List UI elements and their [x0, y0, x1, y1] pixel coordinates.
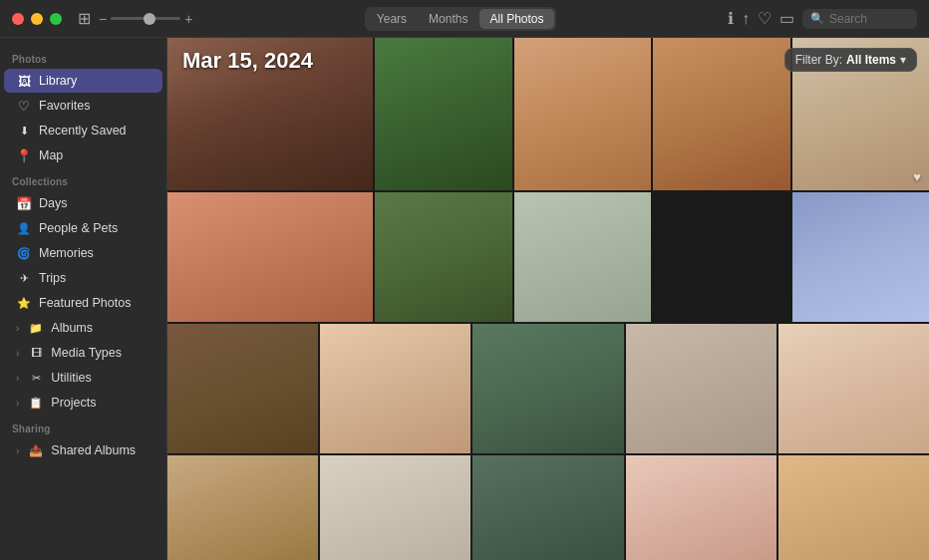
photo-tile[interactable] — [792, 192, 929, 322]
sidebar-item-label: Featured Photos — [39, 296, 131, 310]
sidebar-item-label: Memories — [39, 246, 94, 260]
sidebar-item-label: Shared Albums — [51, 443, 136, 457]
sidebar-item-label: Media Types — [51, 346, 122, 360]
sidebar-item-library[interactable]: 🖼 Library — [4, 69, 162, 93]
photo-tile[interactable] — [778, 455, 929, 560]
days-icon: 📅 — [16, 195, 32, 211]
info-icon[interactable]: ℹ — [728, 9, 734, 28]
albums-icon: 📁 — [28, 320, 44, 336]
sidebar-item-label: Utilities — [51, 371, 91, 385]
library-icon: 🖼 — [16, 73, 32, 89]
photo-tile[interactable] — [320, 455, 470, 560]
photo-tile[interactable] — [375, 38, 511, 190]
close-button[interactable] — [12, 13, 24, 25]
sidebar-item-utilities[interactable]: › ✂ Utilities — [4, 366, 162, 390]
photo-tile[interactable] — [320, 324, 470, 453]
layout-icon[interactable]: ⊞ — [78, 9, 91, 28]
sidebar-item-media-types[interactable]: › 🎞 Media Types — [4, 341, 162, 365]
sharing-section-label: Sharing — [0, 416, 166, 437]
photo-tile[interactable] — [653, 192, 789, 322]
people-pets-icon: 👤 — [16, 220, 32, 236]
search-icon: 🔍 — [810, 12, 824, 25]
filter-by-label: Filter By: — [795, 53, 842, 67]
shared-albums-expand-icon: › — [16, 445, 19, 456]
sidebar-item-trips[interactable]: ✈ Trips — [4, 266, 162, 290]
photo-tile[interactable] — [167, 324, 318, 453]
view-tabs: Years Months All Photos — [365, 7, 556, 31]
slideshow-icon[interactable]: ▭ — [779, 9, 794, 28]
filter-badge[interactable]: Filter By: All Items ▾ — [784, 48, 917, 72]
minimize-button[interactable] — [31, 13, 43, 25]
sidebar-item-albums[interactable]: › 📁 Albums — [4, 316, 162, 340]
albums-expand-icon: › — [16, 323, 19, 334]
favorite-heart-icon: ♥ — [913, 169, 921, 184]
recently-saved-icon: ⬇ — [16, 123, 32, 139]
sidebar-item-people-pets[interactable]: 👤 People & Pets — [4, 216, 162, 240]
map-icon: 📍 — [16, 147, 32, 163]
photos-section-label: Photos — [0, 46, 166, 68]
filter-value: All Items — [846, 53, 896, 67]
collections-section-label: Collections — [0, 168, 166, 190]
sidebar-item-label: Library — [39, 74, 77, 88]
share-icon[interactable]: ↑ — [742, 10, 750, 28]
photo-tile[interactable] — [167, 38, 373, 190]
photo-tile[interactable] — [472, 455, 623, 560]
tab-months[interactable]: Months — [419, 9, 477, 29]
trips-icon: ✈ — [16, 270, 32, 286]
toolbar-left: ⊞ − + — [78, 9, 192, 28]
utilities-icon: ✂ — [28, 370, 44, 386]
photo-tile[interactable] — [626, 455, 776, 560]
filter-chevron-icon: ▾ — [900, 53, 906, 67]
sidebar-item-label: Favorites — [39, 99, 90, 113]
utilities-expand-icon: › — [16, 373, 19, 384]
sidebar-item-label: Projects — [51, 396, 96, 410]
zoom-minus-button[interactable]: − — [99, 11, 107, 27]
maximize-button[interactable] — [50, 13, 62, 25]
projects-expand-icon: › — [16, 398, 19, 409]
zoom-slider-thumb — [144, 13, 155, 25]
sidebar-item-projects[interactable]: › 📋 Projects — [4, 391, 162, 415]
photo-tile[interactable] — [167, 192, 373, 322]
featured-photos-icon: ⭐ — [16, 295, 32, 311]
photo-tile[interactable] — [472, 324, 623, 453]
sidebar-item-memories[interactable]: 🌀 Memories — [4, 241, 162, 265]
toolbar-right: ℹ ↑ ♡ ▭ 🔍 — [728, 9, 917, 29]
sidebar-item-label: Map — [39, 148, 63, 162]
sidebar-item-favorites[interactable]: ♡ Favorites — [4, 94, 162, 118]
photo-tile[interactable] — [167, 455, 318, 560]
sidebar-item-label: Recently Saved — [39, 124, 127, 138]
sidebar-item-map[interactable]: 📍 Map — [4, 143, 162, 167]
sidebar-item-shared-albums[interactable]: › 📤 Shared Albums — [4, 438, 162, 462]
zoom-plus-button[interactable]: + — [184, 11, 192, 27]
photo-tile[interactable] — [778, 324, 929, 453]
traffic-lights — [12, 13, 62, 25]
photo-tile[interactable] — [514, 192, 651, 322]
heart-icon[interactable]: ♡ — [758, 9, 772, 28]
photos-area: Mar 15, 2024 Filter By: All Items ▾ ♥ — [167, 38, 929, 560]
memories-icon: 🌀 — [16, 245, 32, 261]
photo-tile[interactable] — [514, 38, 651, 190]
toolbar-center: Years Months All Photos — [192, 7, 728, 31]
media-types-expand-icon: › — [16, 348, 19, 359]
photo-tile[interactable] — [626, 324, 776, 453]
sidebar: Photos 🖼 Library ♡ Favorites ⬇ Recently … — [0, 38, 167, 560]
sidebar-item-featured-photos[interactable]: ⭐ Featured Photos — [4, 291, 162, 315]
sidebar-item-recently-saved[interactable]: ⬇ Recently Saved — [4, 119, 162, 142]
projects-icon: 📋 — [28, 395, 44, 411]
photo-tile[interactable] — [653, 38, 789, 190]
sidebar-item-days[interactable]: 📅 Days — [4, 191, 162, 215]
search-input[interactable] — [829, 12, 909, 26]
sidebar-item-label: Trips — [39, 271, 66, 285]
photo-tile[interactable] — [375, 192, 511, 322]
sidebar-item-label: Albums — [51, 321, 93, 335]
tab-years[interactable]: Years — [367, 9, 417, 29]
sidebar-item-label: People & Pets — [39, 221, 118, 235]
search-box[interactable]: 🔍 — [802, 9, 917, 29]
main-content: Photos 🖼 Library ♡ Favorites ⬇ Recently … — [0, 38, 929, 560]
media-types-icon: 🎞 — [28, 345, 44, 361]
shared-albums-icon: 📤 — [28, 442, 44, 458]
photo-grid: ♥ — [167, 38, 929, 560]
sidebar-item-label: Days — [39, 196, 67, 210]
tab-all-photos[interactable]: All Photos — [479, 9, 553, 29]
zoom-slider[interactable] — [111, 17, 180, 20]
